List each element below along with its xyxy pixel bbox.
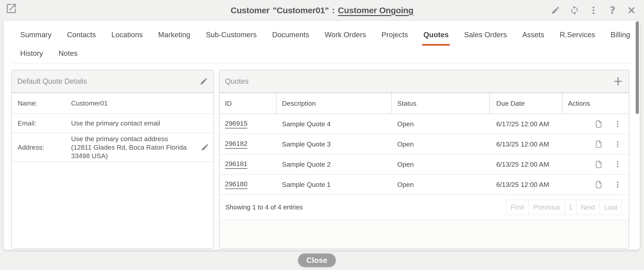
pagination-first[interactable]: First xyxy=(506,200,529,215)
quote-kebab-menu-icon[interactable] xyxy=(614,179,622,190)
tab-history[interactable]: History xyxy=(20,48,43,59)
pagination: First Previous 1 Next Last xyxy=(506,200,622,215)
column-header-due-date[interactable]: Due Date xyxy=(490,93,562,114)
email-label: Email: xyxy=(12,119,71,127)
add-quote-icon[interactable] xyxy=(613,76,623,87)
table-row: 296181 Sample Quote 2 Open 6/13/25 12:00… xyxy=(220,154,629,174)
tab-sales-orders[interactable]: Sales Orders xyxy=(464,29,507,40)
quote-description: Sample Quote 2 xyxy=(276,154,392,174)
default-quote-details-panel: Default Quote Details Name: Customer01 E… xyxy=(11,70,214,248)
address-value: Use the primary contact address (12811 G… xyxy=(71,134,190,160)
tab-notes[interactable]: Notes xyxy=(58,48,78,59)
tab-work-orders[interactable]: Work Orders xyxy=(324,29,366,40)
tab-sub-customers[interactable]: Sub-Customers xyxy=(206,29,257,40)
quote-document-icon[interactable] xyxy=(594,139,604,149)
default-quote-details-title: Default Quote Details xyxy=(17,77,87,86)
close-button[interactable]: Close xyxy=(298,253,336,268)
table-row: 296915 Sample Quote 4 Open 6/17/25 12:00… xyxy=(220,114,629,134)
title-entity: Customer xyxy=(230,6,270,15)
quotes-table-footer: Showing 1 to 4 of 4 entries First Previo… xyxy=(220,195,629,220)
tabs-divider xyxy=(12,63,630,64)
field-row-address: Address: Use the primary contact address… xyxy=(12,133,214,162)
quote-document-icon[interactable] xyxy=(594,119,604,129)
quote-status: Open xyxy=(392,114,490,134)
customer-status-link[interactable]: Customer Ongoing xyxy=(338,6,413,15)
tab-billing[interactable]: Billing xyxy=(610,29,630,40)
quote-id-link[interactable]: 296180 xyxy=(225,180,247,189)
quote-kebab-menu-icon[interactable] xyxy=(614,139,622,149)
tab-locations[interactable]: Locations xyxy=(111,29,142,40)
quote-actions xyxy=(562,134,629,154)
table-row: 296182 Sample Quote 3 Open 6/13/25 12:00… xyxy=(220,134,629,154)
quotes-panel-header: Quotes xyxy=(220,70,629,93)
quote-due-date: 6/17/25 12:00 AM xyxy=(490,114,562,134)
title-separator: : xyxy=(332,6,335,15)
quote-actions xyxy=(562,154,629,174)
customer-modal: Summary Contacts Locations Marketing Sub… xyxy=(3,20,640,250)
quote-due-date: 6/13/25 12:00 AM xyxy=(490,134,562,154)
field-row-email: Email: Use the primary contact email xyxy=(12,114,214,133)
titlebar-actions: ? xyxy=(550,3,636,18)
tab-projects[interactable]: Projects xyxy=(382,29,408,40)
quote-due-date: 6/13/25 12:00 AM xyxy=(490,174,562,194)
quote-id-link[interactable]: 296182 xyxy=(225,140,247,149)
edit-address-icon[interactable] xyxy=(201,143,209,152)
quote-status: Open xyxy=(392,174,490,194)
tab-assets[interactable]: Assets xyxy=(522,29,544,40)
tab-quotes[interactable]: Quotes xyxy=(424,29,448,40)
quotes-panel-title: Quotes xyxy=(225,77,248,86)
titlebar: Customer "Customer01" : Customer Ongoing… xyxy=(0,0,644,20)
quote-document-icon[interactable] xyxy=(594,180,604,190)
pagination-next[interactable]: Next xyxy=(576,200,600,215)
page-title: Customer "Customer01" : Customer Ongoing xyxy=(0,0,644,20)
name-value: Customer01 xyxy=(71,99,108,108)
refresh-icon[interactable] xyxy=(570,5,580,16)
quotes-table-header: ID Description Status Due Date Actions xyxy=(220,93,629,114)
pagination-page-1[interactable]: 1 xyxy=(564,200,576,215)
tab-contacts[interactable]: Contacts xyxy=(67,29,96,40)
quote-description: Sample Quote 3 xyxy=(276,134,392,154)
quote-status: Open xyxy=(392,154,490,174)
entries-summary: Showing 1 to 4 of 4 entries xyxy=(220,204,303,211)
default-quote-details-header: Default Quote Details xyxy=(12,70,214,93)
kebab-menu-icon[interactable] xyxy=(588,5,598,16)
quote-id-link[interactable]: 296915 xyxy=(225,120,247,128)
quote-status: Open xyxy=(392,134,490,154)
quote-details-empty-area xyxy=(12,162,214,248)
quote-kebab-menu-icon[interactable] xyxy=(614,119,622,129)
quote-actions xyxy=(562,114,629,134)
edit-quote-details-icon[interactable] xyxy=(200,77,208,86)
pagination-last[interactable]: Last xyxy=(600,200,622,215)
tab-documents[interactable]: Documents xyxy=(272,29,309,40)
tab-bar-row-1: Summary Contacts Locations Marketing Sub… xyxy=(20,29,630,40)
edit-icon[interactable] xyxy=(550,5,560,16)
quote-description: Sample Quote 1 xyxy=(276,174,392,194)
quote-document-icon[interactable] xyxy=(594,159,604,169)
help-icon[interactable]: ? xyxy=(608,5,618,16)
tab-bar-row-2: History Notes xyxy=(20,48,78,59)
quote-description: Sample Quote 4 xyxy=(276,114,392,134)
column-header-id[interactable]: ID xyxy=(220,93,276,114)
tab-r-services[interactable]: R.Services xyxy=(560,29,595,40)
title-record-name: "Customer01" xyxy=(273,6,329,15)
quotes-panel: Quotes ID Description Status Due Date Ac… xyxy=(219,70,629,248)
field-row-name: Name: Customer01 xyxy=(12,93,214,114)
address-label: Address: xyxy=(12,144,71,151)
column-header-description[interactable]: Description xyxy=(276,93,392,114)
quote-kebab-menu-icon[interactable] xyxy=(614,159,622,170)
close-icon[interactable] xyxy=(626,5,636,16)
table-row: 296180 Sample Quote 1 Open 6/13/25 12:00… xyxy=(220,174,629,195)
customer-detail-page: Customer "Customer01" : Customer Ongoing… xyxy=(0,0,644,270)
email-value: Use the primary contact email xyxy=(71,119,160,128)
column-header-actions: Actions xyxy=(562,93,629,114)
modal-scrollbar-thumb[interactable] xyxy=(636,22,639,114)
column-header-status[interactable]: Status xyxy=(392,93,490,114)
quote-id-link[interactable]: 296181 xyxy=(225,160,247,169)
tab-summary[interactable]: Summary xyxy=(20,29,52,40)
quotes-panel-empty-area xyxy=(220,220,629,248)
quote-actions xyxy=(562,174,629,194)
tab-marketing[interactable]: Marketing xyxy=(158,29,190,40)
pagination-previous[interactable]: Previous xyxy=(528,200,565,215)
quote-due-date: 6/13/25 12:00 AM xyxy=(490,154,562,174)
name-label: Name: xyxy=(12,99,71,107)
